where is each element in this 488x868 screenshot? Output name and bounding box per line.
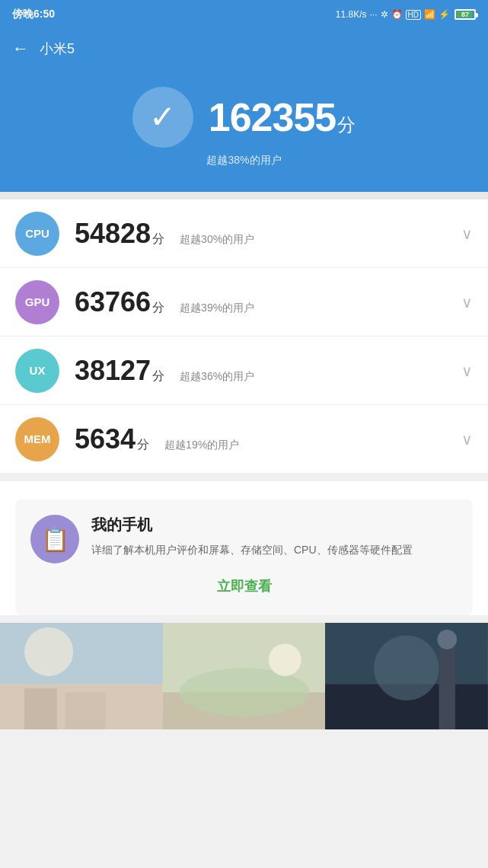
- gpu-percentile: 超越39%的用户: [180, 302, 454, 315]
- hd-icon: HD: [406, 10, 421, 20]
- svg-point-8: [269, 643, 301, 676]
- score-subtitle: 超越38%的用户: [206, 154, 281, 168]
- phone-info-icon-circle: 📋: [30, 515, 79, 563]
- gpu-score: 63766: [75, 286, 151, 318]
- check-circle: ✓: [132, 87, 193, 148]
- svg-rect-12: [439, 643, 455, 729]
- ux-value-group: 38127 分 超越36%的用户: [75, 355, 454, 387]
- svg-point-13: [438, 630, 458, 649]
- wifi-icon: 📶: [424, 9, 435, 20]
- phone-info-icon: 📋: [41, 526, 69, 553]
- mem-score-item[interactable]: MEM 5634 分 超越19%的用户 ∨: [0, 405, 488, 474]
- ux-unit: 分: [152, 369, 164, 385]
- gpu-score-item[interactable]: GPU 63766 分 超越39%的用户 ∨: [0, 268, 488, 337]
- svg-point-11: [374, 636, 439, 700]
- cpu-badge: CPU: [15, 212, 59, 256]
- battery-level: 87: [456, 11, 474, 18]
- battery-indicator: 87: [455, 9, 476, 20]
- total-score: 162355: [209, 95, 336, 139]
- mem-value-group: 5634 分 超越19%的用户: [75, 423, 454, 455]
- back-button[interactable]: ←: [12, 39, 29, 59]
- svg-rect-3: [24, 688, 57, 729]
- score-section: ✓ 162355分 超越38%的用户: [0, 69, 488, 192]
- phone-card-title: 我的手机: [91, 515, 413, 535]
- mem-score: 5634: [75, 423, 136, 455]
- mem-chevron-icon: ∨: [461, 430, 473, 448]
- bottom-image-area: [0, 623, 488, 729]
- alarm-icon: ⏰: [391, 9, 403, 20]
- gpu-chevron-icon: ∨: [461, 293, 473, 311]
- network-speed: 11.8K/s: [336, 9, 367, 20]
- phone-card-text: 我的手机 详细了解本机用户评价和屏幕、存储空间、CPU、传感器等硬件配置: [91, 515, 413, 558]
- bottom-image-1: [0, 623, 163, 729]
- mem-unit: 分: [137, 437, 149, 453]
- svg-rect-4: [65, 692, 105, 729]
- gpu-unit: 分: [152, 300, 164, 316]
- bottom-image-3: [325, 623, 488, 729]
- ux-badge: UX: [15, 349, 59, 393]
- cpu-chevron-icon: ∨: [461, 225, 473, 243]
- gpu-label: GPU: [25, 295, 50, 308]
- svg-rect-0: [0, 623, 163, 685]
- cpu-score-item[interactable]: CPU 54828 分 超越30%的用户 ∨: [0, 199, 488, 268]
- score-display: 162355分: [209, 94, 356, 140]
- phone-card-description: 详细了解本机用户评价和屏幕、存储空间、CPU、传感器等硬件配置: [91, 541, 413, 558]
- header: ← 小米5: [0, 29, 488, 69]
- charge-icon: ⚡: [439, 9, 450, 20]
- header-title: 小米5: [40, 40, 75, 58]
- ux-label: UX: [30, 364, 46, 377]
- score-row: ✓ 162355分: [132, 87, 356, 148]
- gpu-badge: GPU: [15, 280, 59, 324]
- cpu-percentile: 超越30%的用户: [180, 233, 454, 247]
- status-right: 11.8K/s ··· ✲ ⏰ HD 📶 ⚡ 87: [336, 9, 476, 20]
- divider-top: [0, 192, 488, 199]
- phone-card: 📋 我的手机 详细了解本机用户评价和屏幕、存储空间、CPU、传感器等硬件配置 立…: [0, 481, 488, 615]
- gpu-value-group: 63766 分 超越39%的用户: [75, 286, 454, 318]
- bottom-image-2: [163, 623, 326, 729]
- phone-card-inner: 📋 我的手机 详细了解本机用户评价和屏幕、存储空间、CPU、传感器等硬件配置 立…: [15, 499, 473, 615]
- cpu-label: CPU: [25, 227, 49, 240]
- dots-icon: ···: [370, 9, 378, 20]
- ux-percentile: 超越36%的用户: [180, 370, 454, 384]
- mem-label: MEM: [24, 432, 51, 445]
- ux-score-item[interactable]: UX 38127 分 超越36%的用户 ∨: [0, 337, 488, 405]
- svg-point-2: [24, 627, 73, 676]
- status-bar: 傍晚6:50 11.8K/s ··· ✲ ⏰ HD 📶 ⚡ 87: [0, 0, 488, 29]
- ux-score: 38127: [75, 355, 151, 387]
- view-now-button[interactable]: 立即查看: [30, 563, 458, 600]
- cpu-unit: 分: [152, 231, 164, 247]
- cpu-value-group: 54828 分 超越30%的用户: [75, 218, 454, 250]
- mem-percentile: 超越19%的用户: [164, 439, 454, 452]
- ux-chevron-icon: ∨: [461, 362, 473, 380]
- score-unit: 分: [337, 114, 356, 135]
- bluetooth-icon: ✲: [381, 9, 388, 20]
- phone-card-top: 📋 我的手机 详细了解本机用户评价和屏幕、存储空间、CPU、传感器等硬件配置: [30, 515, 458, 563]
- cpu-score: 54828: [75, 218, 151, 250]
- status-time: 傍晚6:50: [12, 8, 55, 21]
- check-icon: ✓: [149, 101, 176, 133]
- mem-badge: MEM: [15, 417, 59, 461]
